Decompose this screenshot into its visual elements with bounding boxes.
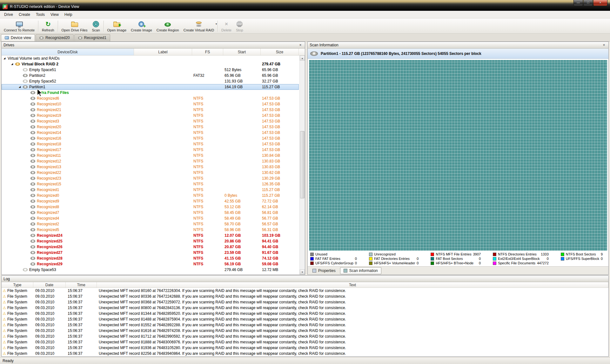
open-image-button[interactable]: Open Image: [105, 19, 129, 33]
scroll-up-icon[interactable]: ▲: [300, 56, 305, 61]
legend-label: Unrecognized: [374, 252, 396, 256]
drive-row-recognized27[interactable]: Recognized27NTFS23.59 GB91.67 GB: [2, 250, 299, 255]
drive-row-recognized24[interactable]: Recognized24NTFS12.07 GB103.19 GB: [2, 233, 299, 238]
drive-row-recognized26[interactable]: Recognized26NTFS20.87 GB94.40 GB: [2, 244, 299, 250]
drive-row-empty-space52[interactable]: Empty Space52131.93 GB32.27 GB: [2, 78, 299, 84]
maximize-button[interactable]: □: [583, 0, 593, 6]
expand-arrow-icon[interactable]: ◢: [11, 61, 15, 67]
drive-row-virtual-block-raid-2[interactable]: ◢Virtual Block RAID 2279.47 GB: [2, 61, 299, 67]
drive-row-recognized0[interactable]: Recognized0NTFS0 Bytes115.27 GB: [2, 193, 299, 198]
drive-row-recognized8[interactable]: Recognized8NTFS53.12 GB62.14 GB: [2, 204, 299, 210]
drive-row-recognized20[interactable]: Recognized20NTFS147.53 GB: [2, 124, 299, 130]
refresh-button[interactable]: ↻Refresh: [40, 19, 57, 33]
title-bar[interactable]: R R-STUDIO network edition - Device View…: [0, 0, 610, 11]
tab-recognized20[interactable]: Recognized20: [36, 34, 74, 41]
connect-to-remote-button[interactable]: Connect To Remote: [2, 19, 37, 33]
column-header-start[interactable]: Start: [223, 49, 261, 55]
log-row[interactable]: ⚠File System09.03.201015:06:37Unexpected…: [2, 288, 608, 294]
legend-label: HFS/HFS+ BTree+Node: [436, 261, 473, 265]
legend-count: 1333: [541, 252, 557, 256]
log-column-text[interactable]: Text: [97, 282, 608, 288]
column-header-size[interactable]: Size: [261, 49, 299, 55]
drive-row-recognized11[interactable]: Recognized11NTFS130.84 GB: [2, 153, 299, 158]
drive-row-recognized23[interactable]: Recognized23NTFS130.29 GB: [2, 175, 299, 181]
delete-icon: ×: [225, 21, 228, 27]
tab-label: Properties: [318, 268, 336, 273]
drive-label: Virtual Volume sets and RAIDs: [8, 56, 60, 61]
drive-row-recognized19[interactable]: Recognized19NTFS147.53 GB: [2, 113, 299, 118]
drive-row-recognized5[interactable]: Recognized5NTFS58.96 GB56.31 GB: [2, 227, 299, 233]
expand-arrow-icon[interactable]: ◢: [3, 56, 8, 61]
drive-row-extra-found-files[interactable]: Extra Found Files: [2, 90, 299, 96]
drive-row-recognized22[interactable]: Recognized22NTFS130.62 GB: [2, 170, 299, 175]
drives-close-icon[interactable]: ×: [298, 43, 303, 47]
drive-row-recognized1[interactable]: Recognized1NTFS115.27 GB: [2, 187, 299, 193]
drive-row-partition1[interactable]: ◢Partition1164.19 GB115.27 GB: [2, 84, 299, 90]
drive-row-recognized9[interactable]: Recognized9NTFS42.55 GB72.72 GB: [2, 198, 299, 204]
log-row[interactable]: ⚠File System09.03.201015:06:37Unexpected…: [2, 328, 608, 334]
drive-row-recognized7[interactable]: Recognized7NTFS58.45 GB56.81 GB: [2, 210, 299, 215]
log-row[interactable]: ⚠File System09.03.201015:06:37Unexpected…: [2, 311, 608, 316]
tab-scan-information[interactable]: Scan information: [340, 267, 381, 274]
drive-row-recognized15[interactable]: Recognized15NTFS126.35 GB: [2, 181, 299, 187]
column-header-label[interactable]: Label: [134, 49, 192, 55]
drive-row-recognized18[interactable]: Recognized18NTFS147.53 GB: [2, 141, 299, 147]
tab-properties[interactable]: Properties: [309, 267, 339, 274]
scan-map[interactable]: [309, 60, 607, 251]
drive-row-recognized25[interactable]: Recognized25NTFS20.86 GB94.41 GB: [2, 238, 299, 244]
drive-row-recognized6[interactable]: Recognized6NTFS147.53 GB: [2, 96, 299, 101]
dropdown-arrow-icon[interactable]: ▾: [216, 23, 217, 25]
refresh-icon: ↻: [45, 21, 51, 27]
scroll-thumb[interactable]: [300, 131, 305, 198]
column-header-fs[interactable]: FS: [192, 49, 223, 55]
menu-item-drive[interactable]: Drive: [1, 11, 16, 18]
minimize-button[interactable]: —: [573, 0, 583, 6]
drive-row-recognized10[interactable]: Recognized10NTFS147.53 GB: [2, 101, 299, 107]
drive-row-recognized16[interactable]: Recognized16NTFS147.53 GB: [2, 136, 299, 141]
disk-icon: [78, 36, 82, 39]
menu-item-view[interactable]: View: [48, 11, 62, 18]
log-row[interactable]: ⚠File System09.03.201015:06:37Unexpected…: [2, 334, 608, 339]
drives-scrollbar[interactable]: ▲ ▼: [299, 56, 305, 275]
create-virtual-raid-button[interactable]: Create Virtual RAID▾: [181, 19, 216, 33]
log-row[interactable]: ⚠File System09.03.201015:06:37Unexpected…: [2, 294, 608, 299]
log-column-date[interactable]: Date: [33, 282, 66, 288]
drive-row-recognized2[interactable]: Recognized2NTFS58.70 GB56.57 GB: [2, 221, 299, 227]
menu-item-create[interactable]: Create: [16, 11, 33, 18]
log-column-time[interactable]: Time: [66, 282, 97, 288]
tab-recognized1[interactable]: Recognized1: [74, 34, 110, 41]
log-row[interactable]: ⚠File System09.03.201015:06:37Unexpected…: [2, 316, 608, 322]
log-row[interactable]: ⚠File System09.03.201015:06:37Unexpected…: [2, 322, 608, 328]
drive-row-recognized3[interactable]: Recognized3NTFS147.53 GB: [2, 118, 299, 124]
expand-arrow-icon[interactable]: ◢: [19, 84, 23, 90]
drive-row-recognized21[interactable]: Recognized21NTFS147.53 GB: [2, 107, 299, 113]
drive-row-virtual-volume-sets-and-raids[interactable]: ◢Virtual Volume sets and RAIDs: [2, 56, 299, 61]
open-drive-files-button[interactable]: Open Drive Files: [59, 19, 90, 33]
log-row[interactable]: ⚠File System09.03.201015:06:37Unexpected…: [2, 299, 608, 305]
log-row[interactable]: ⚠File System09.03.201015:06:37Unexpected…: [2, 305, 608, 311]
drive-row-recognized17[interactable]: Recognized17NTFS147.53 GB: [2, 147, 299, 153]
log-row[interactable]: ⚠File System09.03.201015:06:37Unexpected…: [2, 339, 608, 345]
close-button[interactable]: ×: [593, 0, 607, 6]
scan-close-icon[interactable]: ×: [601, 43, 607, 47]
drive-row-recognized12[interactable]: Recognized12NTFS130.83 GB: [2, 158, 299, 164]
log-row[interactable]: ⚠File System09.03.201015:06:37Unexpected…: [2, 345, 608, 351]
scroll-down-icon[interactable]: ▼: [300, 269, 305, 275]
drive-row-recognized28[interactable]: Recognized28NTFS41.15 GB74.12 GB: [2, 255, 299, 261]
menu-item-help[interactable]: Help: [62, 11, 75, 18]
drive-row-empty-space51[interactable]: Empty Space51512 Bytes65.96 GB: [2, 67, 299, 73]
tab-device-view[interactable]: Device view: [1, 34, 35, 41]
log-column-type[interactable]: Type: [2, 282, 33, 288]
drive-row-partition2[interactable]: Partition2FAT3265.96 GB65.96 GB: [2, 73, 299, 78]
create-image-button[interactable]: Create Image: [129, 19, 154, 33]
drive-row-recognized14[interactable]: Recognized14NTFS147.53 GB: [2, 130, 299, 136]
scan-button[interactable]: Scan: [90, 19, 102, 33]
drive-row-recognized13[interactable]: Recognized13NTFS130.83 GB: [2, 164, 299, 170]
log-row[interactable]: ⚠File System09.03.201015:06:37Unexpected…: [2, 351, 608, 356]
drive-row-empty-space53[interactable]: Empty Space53279.46 GB12.72 MB: [2, 267, 299, 273]
menu-item-tools[interactable]: Tools: [33, 11, 48, 18]
drive-row-recognized29[interactable]: Recognized29NTFS56.19 GB59.08 GB: [2, 261, 299, 267]
column-header-device-disk[interactable]: Device/Disk: [2, 49, 134, 55]
create-region-button[interactable]: Create Region: [154, 19, 181, 33]
drive-row-recognized4[interactable]: Recognized4NTFS58.49 GB56.77 GB: [2, 215, 299, 221]
